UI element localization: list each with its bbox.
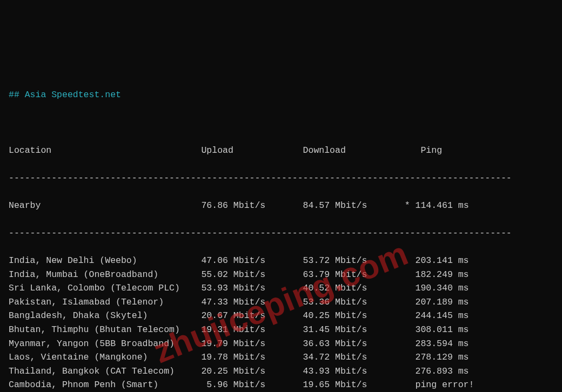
- cell-location: Thailand, Bangkok (CAT Telecom): [9, 364, 201, 379]
- cell-download: 36.63 Mbit/s: [303, 337, 405, 351]
- cell-ping: 203.141 ms: [405, 254, 480, 268]
- table-row: India, Mumbai (OneBroadband)55.02 Mbit/s…: [9, 268, 553, 282]
- col-upload: Upload: [201, 144, 303, 158]
- cell-upload: 47.06 Mbit/s: [201, 254, 303, 268]
- cell-ping: 283.594 ms: [405, 337, 480, 351]
- cell-upload: 20.67 Mbit/s: [201, 309, 303, 323]
- table-row: Thailand, Bangkok (CAT Telecom)20.25 Mbi…: [9, 364, 553, 379]
- cell-upload: 47.33 Mbit/s: [201, 295, 303, 309]
- divider-line: ----------------------------------------…: [9, 226, 553, 240]
- cell-location: Bangladesh, Dhaka (Skytel): [9, 309, 201, 323]
- cell-ping: 190.340 ms: [405, 281, 480, 295]
- table-row: Bangladesh, Dhaka (Skytel)20.67 Mbit/s40…: [9, 309, 553, 323]
- table-row: Pakistan, Islamabad (Telenor)47.33 Mbit/…: [9, 295, 553, 309]
- nearby-location: Nearby: [9, 199, 201, 213]
- cell-location: Bhutan, Thimphu (Bhutan Telecom): [9, 323, 201, 337]
- cell-upload: 53.93 Mbit/s: [201, 281, 303, 295]
- col-ping: Ping: [405, 144, 480, 158]
- cell-location: Pakistan, Islamabad (Telenor): [9, 295, 201, 309]
- cell-upload: 19.79 Mbit/s: [201, 337, 303, 351]
- cell-upload: 19.31 Mbit/s: [201, 323, 303, 337]
- col-location: Location: [9, 144, 201, 158]
- cell-download: 19.65 Mbit/s: [303, 378, 405, 392]
- cell-upload: 5.96 Mbit/s: [201, 378, 303, 392]
- nearby-download: 84.57 Mbit/s: [303, 199, 405, 213]
- cell-download: 53.36 Mbit/s: [303, 295, 405, 309]
- cell-ping: 207.189 ms: [405, 295, 480, 309]
- cell-ping: 182.249 ms: [405, 268, 480, 282]
- cell-download: 53.72 Mbit/s: [303, 254, 405, 268]
- nearby-upload: 76.86 Mbit/s: [201, 199, 303, 213]
- cell-ping: 276.893 ms: [405, 364, 480, 379]
- table-row: Myanmar, Yangon (5BB Broadband)19.79 Mbi…: [9, 337, 553, 351]
- cell-download: 31.45 Mbit/s: [303, 323, 405, 337]
- cell-location: Laos, Vientaine (Mangkone): [9, 350, 201, 364]
- cell-download: 63.79 Mbit/s: [303, 268, 405, 282]
- nearby-row: Nearby76.86 Mbit/s84.57 Mbit/s* 114.461 …: [9, 199, 553, 213]
- cell-ping: ping error!: [405, 378, 480, 392]
- nearby-ping: * 114.461 ms: [405, 199, 480, 213]
- cell-location: India, Mumbai (OneBroadband): [9, 268, 201, 282]
- cell-upload: 19.78 Mbit/s: [201, 350, 303, 364]
- cell-download: 43.93 Mbit/s: [303, 364, 405, 379]
- cell-location: Myanmar, Yangon (5BB Broadband): [9, 337, 201, 351]
- section-title: ## Asia Speedtest.net: [9, 90, 121, 100]
- table-row: Cambodia, Phnom Penh (Smart)5.96 Mbit/s1…: [9, 378, 553, 392]
- cell-upload: 20.25 Mbit/s: [201, 364, 303, 379]
- col-download: Download: [303, 144, 405, 158]
- blank-line: [9, 116, 553, 130]
- cell-location: Cambodia, Phnom Penh (Smart): [9, 378, 201, 392]
- table-row: Sri Lanka, Colombo (Telecom PLC)53.93 Mb…: [9, 281, 553, 295]
- results-list: India, New Delhi (Weebo)47.06 Mbit/s53.7…: [9, 254, 553, 392]
- cell-download: 34.72 Mbit/s: [303, 350, 405, 364]
- cell-location: India, New Delhi (Weebo): [9, 254, 201, 268]
- cell-upload: 55.02 Mbit/s: [201, 268, 303, 282]
- table-row: Bhutan, Thimphu (Bhutan Telecom)19.31 Mb…: [9, 323, 553, 337]
- cell-download: 40.25 Mbit/s: [303, 309, 405, 323]
- cell-ping: 278.129 ms: [405, 350, 480, 364]
- table-row: Laos, Vientaine (Mangkone)19.78 Mbit/s34…: [9, 350, 553, 364]
- cell-ping: 308.011 ms: [405, 323, 480, 337]
- cell-location: Sri Lanka, Colombo (Telecom PLC): [9, 281, 201, 295]
- divider-line: ----------------------------------------…: [9, 171, 553, 185]
- cell-ping: 244.145 ms: [405, 309, 480, 323]
- header-row: LocationUploadDownload Ping: [9, 144, 553, 158]
- table-row: India, New Delhi (Weebo)47.06 Mbit/s53.7…: [9, 254, 553, 268]
- cell-download: 40.52 Mbit/s: [303, 281, 405, 295]
